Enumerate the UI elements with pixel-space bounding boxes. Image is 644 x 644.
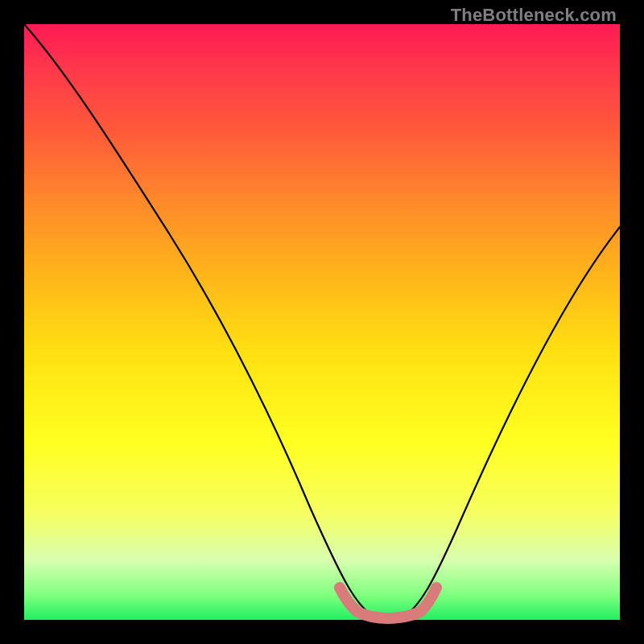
chart-frame: TheBottleneck.com [0, 0, 644, 644]
chart-svg [24, 24, 620, 620]
optimal-band [340, 588, 436, 618]
watermark-text: TheBottleneck.com [451, 5, 617, 26]
bottleneck-curve [24, 24, 620, 618]
plot-gradient-background [24, 24, 620, 620]
